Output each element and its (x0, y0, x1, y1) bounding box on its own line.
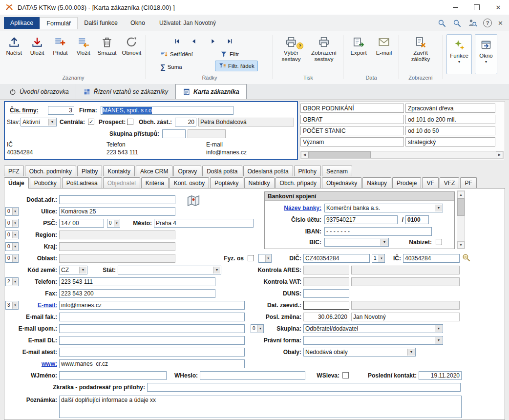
wjmeno-input[interactable] (59, 371, 167, 380)
stav-select[interactable]: Aktivní ▾ (21, 118, 57, 126)
setrideni-button[interactable]: Setřídění (160, 50, 193, 58)
tab-akce-crm[interactable]: Akce CRM (136, 166, 172, 176)
tab-kont-osoby[interactable]: Kont. osoby (170, 177, 209, 188)
tab-odeslana-posta[interactable]: Odeslaná pošta (243, 166, 293, 176)
close-ribbon-icon[interactable]: ✕ (498, 20, 503, 27)
chevron-down-icon[interactable]: ▾ (265, 255, 271, 262)
telefon-input[interactable]: 223 543 111 (59, 277, 215, 286)
ares-search-icon[interactable] (462, 253, 471, 262)
mesto-count-select[interactable]: 0▾ (107, 219, 120, 228)
poznamka-textarea[interactable]: další doplňující informace a údaje xx (59, 396, 462, 418)
prev-record-button[interactable] (188, 36, 199, 46)
zkratka-input[interactable] (147, 383, 461, 392)
tab-prodeje[interactable]: Prodeje (392, 177, 421, 188)
zavrit-zalozky-button[interactable]: Zavřít záložky (405, 34, 436, 63)
kraj-count-select[interactable]: 0▾ (5, 242, 19, 251)
obaly-select[interactable]: Nedodává obaly▾ (303, 348, 416, 357)
map-icon[interactable] (186, 193, 201, 208)
chevron-down-icon[interactable]: ▾ (114, 220, 119, 227)
skupina-select[interactable]: Odběratel/dodavatel▾ (303, 324, 443, 333)
dic-count-select[interactable]: ▾ (258, 254, 272, 263)
psc-input[interactable]: 147 00 (59, 219, 104, 228)
tab-objednavky[interactable]: Objednávky (322, 177, 361, 188)
tab-platby[interactable]: Platby (77, 166, 102, 176)
suma-button[interactable]: ∑ Suma (160, 63, 182, 71)
chevron-down-icon[interactable]: ▾ (79, 267, 86, 273)
fyz-os-checkbox[interactable] (248, 255, 254, 261)
zoom-form-icon[interactable] (437, 19, 446, 28)
tab-vf[interactable]: VF (422, 177, 438, 188)
info-value[interactable]: od 101 do 200 mil. (405, 115, 495, 124)
ulice-count-select[interactable]: 0▾ (5, 207, 19, 216)
nazev-banky-link[interactable]: Název banky: (265, 205, 321, 211)
nazev-banky-select[interactable]: Komerční banka a.s.▾ (324, 204, 443, 212)
help-icon[interactable]: ? (483, 19, 492, 27)
menu-tab-formular[interactable]: Formulář (40, 17, 78, 29)
chevron-down-icon[interactable]: ▾ (257, 325, 263, 332)
tab-prilohy[interactable]: Přílohy (294, 166, 321, 176)
skupina-pristupu-input[interactable] (162, 129, 186, 138)
tab-kriteria[interactable]: Kritéria (141, 177, 169, 188)
scrollbar-thumb[interactable] (457, 198, 465, 216)
prospect-checkbox[interactable] (127, 119, 133, 125)
pridat-button[interactable]: Přidat (49, 34, 71, 56)
first-record-button[interactable] (171, 36, 183, 46)
wheslo-input[interactable] (200, 371, 305, 380)
fax-input[interactable]: 223 543 200 (59, 289, 215, 298)
ic-input[interactable]: 40354284 (403, 254, 460, 263)
info-value[interactable]: strategický (405, 137, 495, 147)
tab-obch-podminky[interactable]: Obch. podmínky (25, 166, 76, 176)
tab-opravy[interactable]: Opravy (173, 166, 201, 176)
maximize-button[interactable] (466, 0, 488, 15)
region-input[interactable] (59, 231, 175, 239)
tab-nabidky[interactable]: Nabídky (244, 177, 275, 188)
www-input[interactable]: www.manes_cr.cz (59, 359, 245, 368)
chevron-down-icon[interactable]: ▾ (12, 302, 18, 309)
psc-count-select[interactable]: 0▾ (5, 219, 19, 228)
zoom-icon[interactable] (452, 19, 462, 28)
tab-udaje[interactable]: Údaje (4, 177, 29, 189)
tab-poptavky[interactable]: Poptávky (210, 177, 243, 188)
tab-nakupy[interactable]: Nákupy (362, 177, 391, 188)
cis-firmy-link[interactable]: Čís. firmy: (10, 107, 39, 114)
obnovit-button[interactable]: Obnovit (120, 34, 144, 56)
cis-firmy-input[interactable]: 3 (48, 106, 74, 115)
export-button[interactable]: Export (346, 34, 371, 56)
menu-tab-okno[interactable]: Okno (124, 17, 151, 29)
doctab-uvodni-obrazovka[interactable]: Úvodní obrazovka (2, 84, 76, 99)
cislo-uctu-input[interactable]: 937540217 (324, 215, 398, 224)
iban-input[interactable]: - - - - - - - (324, 227, 432, 236)
minimize-button[interactable] (445, 0, 466, 15)
tab-seznam[interactable]: Seznam (322, 166, 352, 176)
chevron-down-icon[interactable]: ▾ (48, 119, 56, 126)
zobrazeni-sestavy-button[interactable]: Zobrazení sestavy (307, 34, 340, 63)
email-atest-input[interactable] (59, 348, 245, 357)
doctab-rizeni-vztahu[interactable]: Řízení vztahů se zákazníky (76, 84, 175, 99)
nabizet-checkbox[interactable] (436, 239, 442, 245)
tab-post-adresa[interactable]: Pošt.adresa (62, 177, 102, 188)
last-record-button[interactable] (224, 36, 235, 46)
doctab-karta-zakaznika[interactable]: Karta zákazníka (175, 84, 247, 99)
wsleva-checkbox[interactable] (342, 372, 349, 378)
dat-zaevid-input[interactable] (303, 301, 349, 310)
bic-select[interactable]: ▾ (324, 238, 389, 247)
chevron-down-icon[interactable]: ▾ (12, 278, 18, 285)
kraj-input[interactable] (59, 242, 175, 251)
pravni-forma-select[interactable]: ▾ (303, 336, 443, 345)
centrala-checkbox[interactable] (88, 119, 94, 125)
skupina-count-select[interactable]: 0▾ (251, 324, 264, 333)
dodat-adr-input[interactable] (59, 195, 175, 204)
tab-vfz[interactable]: VFZ (440, 177, 460, 188)
chevron-down-icon[interactable]: ▾ (435, 337, 442, 344)
vyber-sestavy-button[interactable]: ? Výběr sestavy (276, 34, 306, 63)
bank-code-input[interactable]: 0100 (405, 215, 429, 224)
email-count-select[interactable]: 3▾ (5, 301, 19, 310)
email-input[interactable]: info@manes.cz (59, 301, 245, 310)
filtr-button[interactable]: Filtr (220, 50, 239, 58)
tab-obch-pripady[interactable]: Obch. případy (276, 177, 321, 188)
smazat-button[interactable]: Smazat (95, 34, 118, 56)
vlozit-button[interactable]: Vložit (72, 34, 94, 56)
chevron-down-icon[interactable]: ▾ (407, 349, 415, 356)
nacist-button[interactable]: Načíst (3, 34, 25, 56)
chevron-down-icon[interactable]: ▾ (12, 243, 18, 250)
